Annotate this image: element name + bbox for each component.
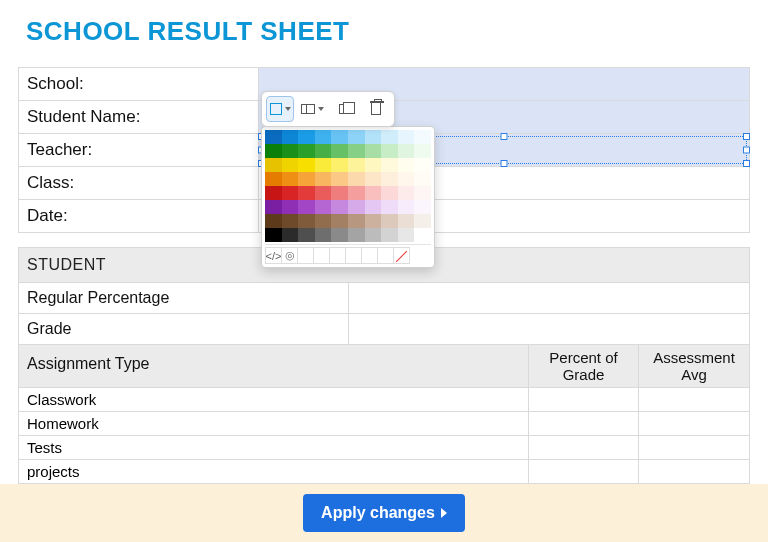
bg-color-button[interactable]: [266, 96, 294, 122]
resize-handle[interactable]: [743, 147, 750, 154]
grade-value-cell[interactable]: [349, 314, 749, 344]
percent-cell[interactable]: [529, 436, 639, 459]
color-swatch[interactable]: [315, 130, 332, 144]
color-swatch[interactable]: [282, 144, 299, 158]
color-swatch[interactable]: [282, 130, 299, 144]
color-swatch[interactable]: [282, 200, 299, 214]
custom-color-slot[interactable]: [361, 247, 378, 264]
color-swatch[interactable]: [414, 186, 431, 200]
copy-button[interactable]: [330, 96, 358, 122]
color-swatch[interactable]: [365, 200, 382, 214]
color-swatch[interactable]: [365, 214, 382, 228]
color-swatch[interactable]: [331, 200, 348, 214]
color-swatch[interactable]: [348, 172, 365, 186]
custom-color-slot[interactable]: [297, 247, 314, 264]
avg-cell[interactable]: [639, 412, 749, 435]
color-swatch[interactable]: [298, 214, 315, 228]
avg-cell[interactable]: [639, 436, 749, 459]
color-swatch[interactable]: [348, 214, 365, 228]
color-swatch[interactable]: [265, 130, 282, 144]
color-swatch[interactable]: [265, 158, 282, 172]
color-swatch[interactable]: [365, 130, 382, 144]
layout-button[interactable]: [298, 96, 326, 122]
color-swatch[interactable]: [381, 158, 398, 172]
color-swatch[interactable]: [414, 214, 431, 228]
grade-row[interactable]: Regular Percentage: [19, 283, 749, 314]
color-swatch[interactable]: [298, 228, 315, 242]
color-swatch[interactable]: [381, 172, 398, 186]
color-swatch[interactable]: [298, 158, 315, 172]
color-swatch[interactable]: [298, 200, 315, 214]
eyedropper-button[interactable]: ◎: [281, 247, 298, 264]
color-swatch[interactable]: [282, 186, 299, 200]
percent-cell[interactable]: [529, 460, 639, 483]
color-swatch[interactable]: [265, 228, 282, 242]
color-swatch[interactable]: [365, 158, 382, 172]
color-swatch[interactable]: [398, 158, 415, 172]
color-swatch[interactable]: [365, 172, 382, 186]
color-swatch[interactable]: [331, 186, 348, 200]
color-swatch[interactable]: [398, 228, 415, 242]
resize-handle[interactable]: [743, 133, 750, 140]
color-swatch[interactable]: [315, 200, 332, 214]
assignment-row[interactable]: Homework: [19, 412, 749, 436]
color-swatch[interactable]: [282, 158, 299, 172]
color-swatch[interactable]: [381, 130, 398, 144]
apply-changes-button[interactable]: Apply changes: [303, 494, 465, 532]
custom-color-slot[interactable]: [345, 247, 362, 264]
resize-handle[interactable]: [501, 160, 508, 167]
color-swatch[interactable]: [348, 186, 365, 200]
code-color-button[interactable]: </>: [265, 247, 282, 264]
assignment-row[interactable]: projects: [19, 460, 749, 484]
color-swatch[interactable]: [298, 172, 315, 186]
color-swatch[interactable]: [381, 228, 398, 242]
percent-cell[interactable]: [529, 412, 639, 435]
grade-value-cell[interactable]: [349, 283, 749, 313]
no-color-swatch[interactable]: [393, 247, 410, 264]
color-swatch[interactable]: [414, 144, 431, 158]
color-swatch[interactable]: [414, 200, 431, 214]
color-swatch[interactable]: [381, 186, 398, 200]
color-swatch[interactable]: [381, 214, 398, 228]
color-swatch[interactable]: [348, 144, 365, 158]
color-swatch[interactable]: [381, 144, 398, 158]
color-swatch[interactable]: [398, 186, 415, 200]
color-swatch[interactable]: [298, 186, 315, 200]
color-swatch[interactable]: [282, 214, 299, 228]
color-swatch[interactable]: [331, 158, 348, 172]
color-swatch[interactable]: [398, 144, 415, 158]
color-swatch[interactable]: [315, 186, 332, 200]
color-swatch[interactable]: [414, 228, 431, 242]
color-swatch[interactable]: [348, 228, 365, 242]
assignment-row[interactable]: Tests: [19, 436, 749, 460]
color-swatch[interactable]: [331, 228, 348, 242]
color-swatch[interactable]: [365, 186, 382, 200]
color-swatch[interactable]: [348, 130, 365, 144]
color-swatch[interactable]: [315, 144, 332, 158]
delete-button[interactable]: [362, 96, 390, 122]
color-swatch[interactable]: [282, 172, 299, 186]
color-swatch[interactable]: [265, 186, 282, 200]
color-swatch[interactable]: [414, 172, 431, 186]
color-swatch[interactable]: [398, 214, 415, 228]
custom-color-slot[interactable]: [329, 247, 346, 264]
color-swatch[interactable]: [315, 228, 332, 242]
color-swatch[interactable]: [315, 214, 332, 228]
color-swatch[interactable]: [298, 130, 315, 144]
resize-handle[interactable]: [743, 160, 750, 167]
resize-handle[interactable]: [501, 133, 508, 140]
color-swatch[interactable]: [331, 214, 348, 228]
color-swatch[interactable]: [331, 130, 348, 144]
color-swatch[interactable]: [298, 144, 315, 158]
color-swatch[interactable]: [265, 214, 282, 228]
avg-cell[interactable]: [639, 388, 749, 411]
percent-cell[interactable]: [529, 388, 639, 411]
color-swatch[interactable]: [348, 200, 365, 214]
color-swatch[interactable]: [398, 172, 415, 186]
grade-row[interactable]: Grade: [19, 314, 749, 345]
color-swatch[interactable]: [365, 144, 382, 158]
color-swatch[interactable]: [265, 144, 282, 158]
color-swatch[interactable]: [381, 200, 398, 214]
custom-color-slot[interactable]: [377, 247, 394, 264]
color-swatch[interactable]: [331, 144, 348, 158]
